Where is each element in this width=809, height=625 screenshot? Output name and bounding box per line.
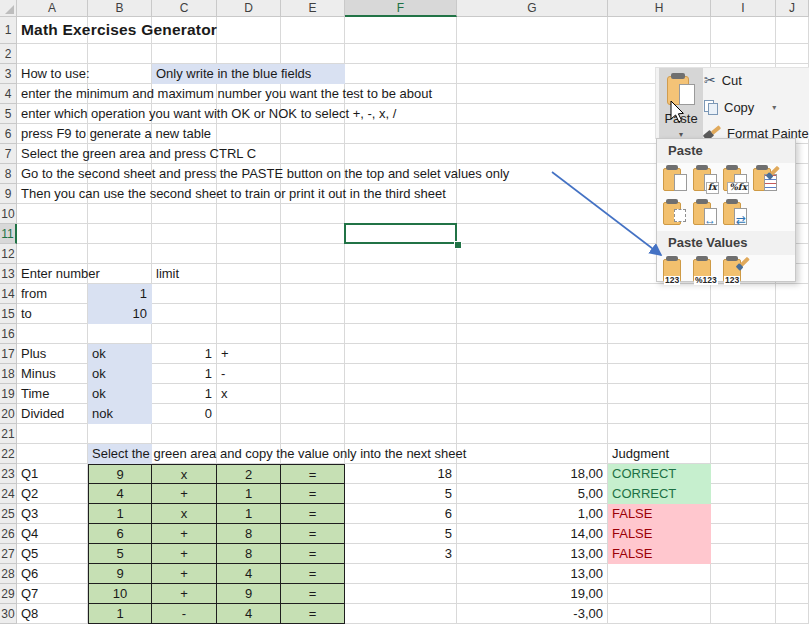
cell-I23[interactable] xyxy=(711,464,776,484)
column-header-J[interactable]: J xyxy=(776,0,809,17)
cell-F24[interactable]: 5 xyxy=(345,484,457,504)
paste-keep-source-formatting-icon[interactable] xyxy=(753,165,777,192)
cell-H29[interactable] xyxy=(608,584,711,604)
cell-B23[interactable]: 9 xyxy=(88,464,152,484)
cell-G30[interactable]: -3,00 xyxy=(457,604,608,624)
cell-F28[interactable] xyxy=(345,564,457,584)
cell-H26[interactable]: FALSE xyxy=(608,524,711,544)
cell-F17[interactable] xyxy=(345,344,457,364)
row-header-18[interactable]: 18 xyxy=(0,364,17,384)
cell-E26[interactable]: = xyxy=(281,524,345,544)
cell-F6[interactable] xyxy=(345,124,457,144)
cell-A9[interactable]: Then you can use the second sheet to tra… xyxy=(17,184,88,204)
cell-F25[interactable]: 6 xyxy=(345,504,457,524)
cell-G6[interactable] xyxy=(457,124,608,144)
cell-F21[interactable] xyxy=(345,424,457,444)
cell-C27[interactable]: + xyxy=(152,544,217,564)
cell-E1[interactable] xyxy=(281,17,345,44)
cell-G27[interactable]: 13,00 xyxy=(457,544,608,564)
cell-H25[interactable]: FALSE xyxy=(608,504,711,524)
cell-D24[interactable]: 1 xyxy=(217,484,281,504)
cell-B17[interactable]: ok xyxy=(88,344,152,364)
cell-F16[interactable] xyxy=(345,324,457,344)
cell-B2[interactable] xyxy=(88,44,152,64)
cell-G23[interactable]: 18,00 xyxy=(457,464,608,484)
cell-J21[interactable] xyxy=(776,424,809,444)
cell-A29[interactable]: Q7 xyxy=(17,584,88,604)
cell-J15[interactable] xyxy=(776,304,809,324)
cell-D2[interactable] xyxy=(217,44,281,64)
cell-C20[interactable]: 0 xyxy=(152,404,217,424)
cell-I16[interactable] xyxy=(711,324,776,344)
cell-G4[interactable] xyxy=(457,84,608,104)
cell-E15[interactable] xyxy=(281,304,345,324)
cell-B19[interactable]: ok xyxy=(88,384,152,404)
paste-transpose-icon[interactable]: ⇄ xyxy=(723,199,747,226)
cell-F14[interactable] xyxy=(345,284,457,304)
cell-E30[interactable]: = xyxy=(281,604,345,624)
paste-keep-source-column-widths-icon[interactable]: ↔ xyxy=(693,199,717,226)
copy-dropdown-caret-icon[interactable]: ▾ xyxy=(772,103,776,112)
cell-J1[interactable] xyxy=(776,17,809,44)
cell-D29[interactable]: 9 xyxy=(217,584,281,604)
paste-formulas-icon[interactable]: fx xyxy=(693,165,717,192)
cell-D23[interactable]: 2 xyxy=(217,464,281,484)
cell-B12[interactable] xyxy=(88,244,152,264)
cell-J24[interactable] xyxy=(776,484,809,504)
cell-J29[interactable] xyxy=(776,584,809,604)
cell-I29[interactable] xyxy=(711,584,776,604)
cell-B24[interactable]: 4 xyxy=(88,484,152,504)
column-header-E[interactable]: E xyxy=(281,0,345,17)
cell-J22[interactable] xyxy=(776,444,809,464)
cell-G12[interactable] xyxy=(457,244,608,264)
cell-A2[interactable] xyxy=(17,44,88,64)
paste-icon[interactable] xyxy=(663,165,687,192)
cell-D10[interactable] xyxy=(217,204,281,224)
column-header-G[interactable]: G xyxy=(457,0,608,17)
cell-A15[interactable]: to xyxy=(17,304,88,324)
cell-J28[interactable] xyxy=(776,564,809,584)
row-header-27[interactable]: 27 xyxy=(0,544,17,564)
cell-G11[interactable] xyxy=(457,224,608,244)
cell-F3[interactable] xyxy=(345,64,457,84)
cell-F1[interactable] xyxy=(345,17,457,44)
cell-A5[interactable]: enter which operation you want with OK o… xyxy=(17,104,88,124)
cell-D15[interactable] xyxy=(217,304,281,324)
row-header-4[interactable]: 4 xyxy=(0,84,17,104)
cell-G7[interactable] xyxy=(457,144,608,164)
cell-E16[interactable] xyxy=(281,324,345,344)
cell-C15[interactable] xyxy=(152,304,217,324)
cell-A23[interactable]: Q1 xyxy=(17,464,88,484)
cell-G25[interactable]: 1,00 xyxy=(457,504,608,524)
cell-A18[interactable]: Minus xyxy=(17,364,88,384)
cell-E27[interactable]: = xyxy=(281,544,345,564)
column-header-C[interactable]: C xyxy=(152,0,217,17)
column-header-H[interactable]: H xyxy=(608,0,711,17)
cell-J23[interactable] xyxy=(776,464,809,484)
cell-E20[interactable] xyxy=(281,404,345,424)
row-header-19[interactable]: 19 xyxy=(0,384,17,404)
cell-A13[interactable]: Enter number xyxy=(17,264,88,284)
cell-E2[interactable] xyxy=(281,44,345,64)
row-header-15[interactable]: 15 xyxy=(0,304,17,324)
column-header-F[interactable]: F xyxy=(345,0,457,17)
cell-G16[interactable] xyxy=(457,324,608,344)
cell-I20[interactable] xyxy=(711,404,776,424)
row-header-10[interactable]: 10 xyxy=(0,204,17,224)
cell-B30[interactable]: 1 xyxy=(88,604,152,624)
row-header-26[interactable]: 26 xyxy=(0,524,17,544)
cell-C28[interactable]: + xyxy=(152,564,217,584)
cell-D21[interactable] xyxy=(217,424,281,444)
cell-J17[interactable] xyxy=(776,344,809,364)
paste-values-source-formatting-icon[interactable]: 123 xyxy=(723,256,747,283)
cell-H21[interactable] xyxy=(608,424,711,444)
cell-I17[interactable] xyxy=(711,344,776,364)
cell-G1[interactable] xyxy=(457,17,608,44)
row-header-23[interactable]: 23 xyxy=(0,464,17,484)
row-header-21[interactable]: 21 xyxy=(0,424,17,444)
cell-E24[interactable]: = xyxy=(281,484,345,504)
cell-H22[interactable]: Judgment xyxy=(608,444,711,464)
row-header-22[interactable]: 22 xyxy=(0,444,17,464)
cell-I30[interactable] xyxy=(711,604,776,624)
cell-A27[interactable]: Q5 xyxy=(17,544,88,564)
